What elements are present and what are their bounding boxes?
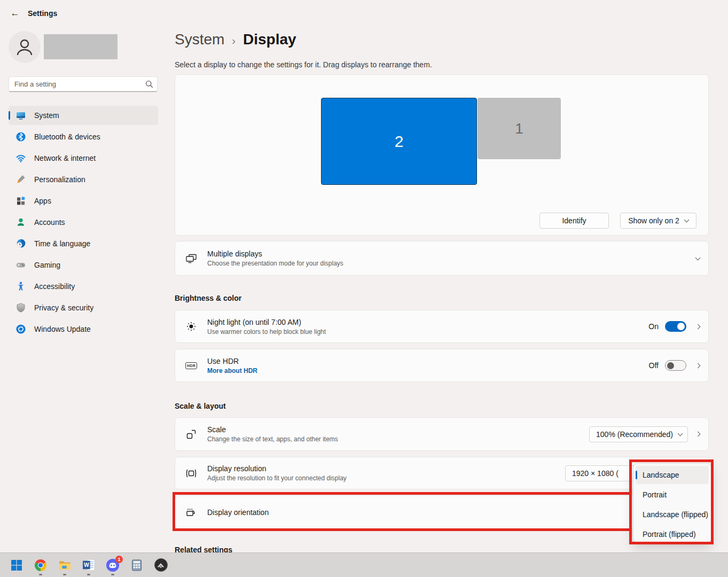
chrome-icon <box>34 559 47 572</box>
section-brightness-color: Brightness & color <box>175 294 241 302</box>
option-label: Landscape <box>643 471 679 479</box>
back-button[interactable]: ← <box>7 6 22 20</box>
night-light-status: On <box>648 322 659 331</box>
scale-row[interactable]: Scale Change the size of text, apps, and… <box>175 417 709 451</box>
monitor-2-label: 2 <box>395 132 404 151</box>
scale-title: Scale <box>207 425 338 434</box>
orientation-option-portrait-flipped[interactable]: Portrait (flipped) <box>636 525 709 543</box>
use-hdr-toggle[interactable] <box>665 360 686 371</box>
display-resolution-row[interactable]: Display resolution Adjust the resolution… <box>175 457 709 489</box>
multiple-displays-row[interactable]: Multiple displays Choose the presentatio… <box>175 241 709 276</box>
sidebar-item-windows-update[interactable]: Windows Update <box>9 319 158 339</box>
running-indicator <box>39 574 42 575</box>
option-label: Landscape (flipped) <box>643 510 708 519</box>
svg-text:W: W <box>83 562 89 568</box>
section-scale-layout: Scale & layout <box>175 402 226 410</box>
search-input[interactable] <box>9 76 158 92</box>
show-only-label: Show only on 2 <box>628 216 679 225</box>
display-orientation-icon <box>185 506 198 519</box>
notification-badge: 1 <box>115 556 123 563</box>
toggle-knob <box>667 362 674 369</box>
paintbrush-icon <box>15 174 26 185</box>
expand-chevron-icon[interactable] <box>695 255 701 260</box>
sidebar-item-personalization[interactable]: Personalization <box>9 170 158 189</box>
chevron-down-icon <box>684 217 689 223</box>
person-outline-icon <box>13 35 36 59</box>
monitor-2[interactable]: 2 <box>321 98 477 185</box>
orientation-option-landscape[interactable]: Landscape <box>636 466 709 484</box>
use-hdr-title: Use HDR <box>207 357 257 365</box>
chevron-right-icon[interactable] <box>695 324 701 329</box>
running-indicator <box>87 574 90 575</box>
bluetooth-icon <box>15 131 26 142</box>
settings-window: ← Settings System Blu <box>0 0 728 577</box>
calculator-button[interactable] <box>130 558 144 572</box>
back-arrow-icon: ← <box>11 8 20 19</box>
search-icon[interactable] <box>145 80 153 88</box>
night-light-icon <box>185 320 198 333</box>
resolution-value: 1920 × 1080 ( <box>572 469 619 478</box>
monitor-1-label: 1 <box>515 120 523 137</box>
show-only-dropdown[interactable]: Show only on 2 <box>620 213 696 229</box>
sidebar-item-network-internet[interactable]: Network & internet <box>9 149 158 168</box>
night-light-title: Night light (on until 7:00 AM) <box>207 318 326 326</box>
sidebar-item-apps[interactable]: Apps <box>9 191 158 210</box>
sidebar-item-label: Personalization <box>34 175 85 184</box>
sidebar-item-system[interactable]: System <box>9 106 158 125</box>
sidebar-item-label: Privacy & security <box>34 303 93 312</box>
use-hdr-row[interactable]: HDR Use HDR More about HDR Off <box>175 349 709 382</box>
scale-value: 100% (Recommended) <box>596 430 673 439</box>
apps-grid-icon <box>15 196 26 206</box>
sidebar-item-label: Network & internet <box>34 154 96 162</box>
world-of-tanks-button[interactable] <box>154 558 168 572</box>
orientation-option-landscape-flipped[interactable]: Landscape (flipped) <box>636 505 709 524</box>
sidebar-item-label: Gaming <box>34 261 60 269</box>
chrome-taskbar-button[interactable] <box>34 558 48 572</box>
use-hdr-status: Off <box>649 361 659 370</box>
user-name-redacted <box>44 34 118 59</box>
display-resolution-icon <box>185 467 198 480</box>
calculator-icon <box>130 559 143 572</box>
sidebar-item-accounts[interactable]: Accounts <box>9 213 158 232</box>
multiple-displays-title: Multiple displays <box>207 249 343 258</box>
app-title: Settings <box>28 9 57 18</box>
chevron-right-icon[interactable] <box>695 363 701 368</box>
sidebar-item-accessibility[interactable]: Accessibility <box>9 277 158 296</box>
shield-icon <box>15 302 26 313</box>
sidebar-item-privacy-security[interactable]: Privacy & security <box>9 298 158 317</box>
chevron-right-icon[interactable] <box>695 432 701 437</box>
identify-button[interactable]: Identify <box>539 213 609 229</box>
windows-logo-icon <box>10 559 23 572</box>
display-arrangement-card: 2 1 Identify Show only on 2 <box>175 74 709 236</box>
monitor-1[interactable]: 1 <box>477 98 561 159</box>
sidebar-item-gaming[interactable]: Gaming <box>9 255 158 275</box>
file-explorer-button[interactable] <box>58 558 72 572</box>
scale-dropdown[interactable]: 100% (Recommended) <box>589 426 688 442</box>
night-light-toggle[interactable] <box>665 321 686 332</box>
more-about-hdr-link[interactable]: More about HDR <box>207 367 257 375</box>
sidebar-item-label: Accessibility <box>34 282 75 291</box>
word-icon: W <box>82 558 96 572</box>
option-label: Portrait (flipped) <box>643 530 696 539</box>
word-button[interactable]: W <box>82 558 96 572</box>
discord-button[interactable]: 1 <box>106 558 120 572</box>
night-light-row[interactable]: Night light (on until 7:00 AM) Use warme… <box>175 310 709 343</box>
display-resolution-title: Display resolution <box>207 464 347 473</box>
toggle-knob <box>677 323 685 330</box>
taskbar: W 1 <box>0 552 728 577</box>
identify-button-label: Identify <box>562 216 586 225</box>
page-description: Select a display to change the settings … <box>175 60 432 69</box>
sidebar-item-time-language[interactable]: Time & language <box>9 234 158 253</box>
start-button[interactable] <box>10 558 24 572</box>
breadcrumb-parent[interactable]: System <box>175 31 224 48</box>
scale-icon <box>185 428 198 441</box>
orientation-option-portrait[interactable]: Portrait <box>636 486 709 504</box>
sidebar-item-bluetooth-devices[interactable]: Bluetooth & devices <box>9 127 158 146</box>
hdr-icon: HDR <box>185 362 197 369</box>
display-orientation-row[interactable]: Display orientation <box>175 495 709 529</box>
multiple-displays-subtitle: Choose the presentation mode for your di… <box>207 260 343 267</box>
folder-icon <box>58 558 72 572</box>
monitor-icon <box>15 110 26 121</box>
avatar[interactable] <box>9 31 41 63</box>
breadcrumb-separator-icon: › <box>232 35 236 47</box>
